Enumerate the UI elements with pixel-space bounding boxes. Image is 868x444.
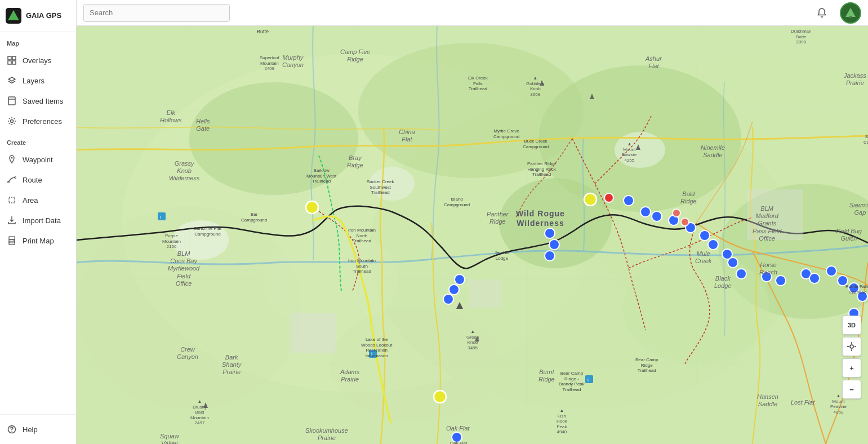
svg-rect-3 [12,56,16,60]
tree-icon [844,7,857,19]
svg-text:i: i [587,377,589,383]
gear-icon [7,116,17,126]
svg-point-69 [306,201,318,214]
sidebar-item-area-label: Area [23,196,38,205]
map-3d-button[interactable]: 3D [842,316,861,335]
svg-rect-84 [585,375,593,383]
svg-point-64 [443,294,453,304]
svg-point-49 [708,239,718,250]
svg-rect-4 [8,61,11,64]
sidebar-item-area[interactable]: Area [0,190,76,210]
area-icon [7,195,17,205]
sidebar-item-saved-items-label: Saved Items [23,97,63,105]
svg-point-16 [11,431,12,432]
sidebar-item-route[interactable]: Route [0,170,76,190]
svg-point-28 [499,178,612,268]
sidebar-item-waypoint[interactable]: Waypoint [0,149,76,170]
gaia-gps-logo [6,8,21,24]
map-section-label: Map [0,32,76,50]
brand-name: GAIA GPS [26,12,61,20]
map-locate-button[interactable] [842,337,861,356]
sidebar-item-help[interactable]: Help [0,419,76,439]
svg-rect-87 [291,313,336,353]
svg-point-66 [549,239,559,250]
brand: GAIA GPS [0,0,76,32]
svg-text:i: i [160,214,161,220]
svg-marker-17 [845,8,856,17]
route-icon [7,175,17,185]
sidebar-item-layers-label: Layers [23,77,44,85]
map-background: i i i [77,26,868,444]
locate-icon [847,341,857,352]
svg-point-60 [857,291,867,301]
sidebar-item-overlays[interactable]: Overlays [0,50,76,70]
svg-point-74 [681,218,689,226]
svg-point-56 [809,273,820,283]
svg-rect-89 [747,189,803,240]
svg-point-8 [11,120,14,123]
pin-icon [7,154,17,165]
sidebar-item-print-map-label: Print Map [23,237,54,245]
search-input[interactable] [83,4,230,22]
sidebar-bottom: Help [0,414,76,444]
svg-point-9 [11,157,13,159]
svg-point-65 [545,228,555,238]
svg-point-90 [850,345,853,348]
svg-point-24 [189,82,358,195]
sidebar-item-waypoint-label: Waypoint [23,156,53,164]
map-zoom-out-button[interactable]: − [842,380,861,399]
bell-icon [816,7,827,19]
sidebar-item-import-data[interactable]: Import Data [0,210,76,230]
grid-icon [7,55,17,65]
svg-point-48 [700,230,710,241]
svg-point-54 [776,276,786,286]
svg-point-57 [826,266,836,276]
svg-rect-88 [468,279,502,308]
svg-rect-12 [9,237,15,239]
layers-icon [7,76,17,86]
svg-point-68 [452,432,462,442]
svg-point-67 [545,251,555,261]
svg-point-71 [434,390,446,403]
sidebar-item-overlays-label: Overlays [23,56,51,65]
sidebar-item-saved-items[interactable]: Saved Items [0,91,76,111]
sidebar-item-preferences[interactable]: Preferences [0,111,76,131]
svg-rect-5 [12,61,16,64]
svg-point-58 [838,276,848,286]
svg-point-51 [728,257,738,268]
create-section-label: Create [0,131,76,149]
sidebar-item-preferences-label: Preferences [23,117,62,126]
svg-rect-82 [369,350,377,358]
svg-point-53 [762,272,772,282]
svg-point-32 [172,220,229,260]
svg-point-59 [849,283,859,293]
header-right [812,2,861,24]
sidebar-item-print-map[interactable]: Print Map [0,230,76,251]
svg-point-45 [652,211,662,221]
user-avatar-button[interactable] [840,2,861,24]
import-icon [7,215,17,225]
sidebar-item-route-label: Route [23,176,42,184]
svg-rect-80 [158,212,166,220]
notification-button[interactable] [812,3,832,23]
svg-point-43 [624,196,634,206]
svg-text:i: i [371,352,372,357]
svg-point-72 [604,193,613,202]
svg-point-73 [673,209,680,217]
map-zoom-in-button[interactable]: + [842,358,861,378]
map-container[interactable]: i i i Butte DutchmanButte3898 Camp FiveR… [77,26,868,444]
map-controls: 3D + − [842,316,861,399]
svg-point-14 [14,240,15,241]
svg-point-70 [584,193,597,206]
svg-point-63 [449,285,459,295]
svg-point-44 [640,207,651,217]
svg-point-52 [736,269,746,279]
sidebar: GAIA GPS Map Overlays Layers [0,0,77,444]
print-icon [7,236,17,246]
svg-rect-6 [8,97,15,105]
help-icon [7,424,17,434]
header [77,0,868,26]
sidebar-item-import-data-label: Import Data [23,216,61,225]
svg-point-33 [370,167,415,201]
sidebar-item-layers[interactable]: Layers [0,70,76,91]
